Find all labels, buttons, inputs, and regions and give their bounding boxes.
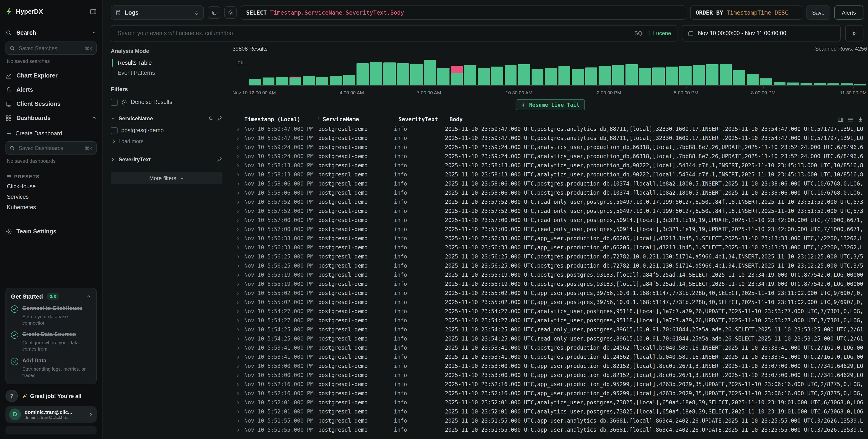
expand-row-icon[interactable] — [232, 200, 244, 204]
log-row[interactable]: Nov 10 5:58:13.000 PMpostgresql-demoinfo… — [232, 161, 868, 170]
saved-searches-input[interactable]: ⌘K — [5, 41, 97, 55]
preset-item-services[interactable]: Services — [5, 191, 97, 202]
histogram-bar[interactable] — [585, 57, 597, 85]
log-row[interactable]: Nov 10 5:53:00.000 PMpostgresql-demoinfo… — [232, 371, 868, 380]
saved-dashboards-input[interactable]: ⌘K — [5, 141, 97, 155]
expand-row-icon[interactable] — [232, 163, 244, 167]
histogram-bar[interactable] — [706, 57, 718, 85]
histogram-bar[interactable] — [639, 57, 651, 85]
histogram-bar[interactable] — [693, 57, 705, 85]
expand-row-icon[interactable] — [232, 273, 244, 277]
log-row[interactable]: Nov 10 5:55:02.000 PMpostgresql-demoinfo… — [232, 288, 868, 298]
expand-row-icon[interactable] — [232, 428, 244, 432]
sidebar-item-alerts[interactable]: Alerts — [5, 83, 97, 97]
histogram-bar[interactable] — [424, 57, 436, 85]
event-search-input[interactable] — [117, 30, 672, 37]
histogram-bar[interactable] — [303, 57, 315, 85]
log-row[interactable]: Nov 10 5:52:16.000 PMpostgresql-demoinfo… — [232, 389, 868, 398]
filter-group-severitytext[interactable]: SeverityText — [111, 154, 222, 165]
histogram-bar[interactable] — [572, 57, 584, 85]
log-row[interactable]: Nov 10 5:59:24.000 PMpostgresql-demoinfo… — [232, 143, 868, 152]
log-row[interactable]: Nov 10 5:59:47.000 PMpostgresql-demoinfo… — [232, 124, 868, 133]
histogram-bar[interactable] — [504, 57, 517, 85]
saved-searches-field[interactable] — [18, 45, 82, 51]
histogram-bar[interactable] — [787, 57, 799, 85]
histogram-bar[interactable] — [720, 57, 732, 85]
log-row[interactable]: Nov 10 5:54:27.000 PMpostgresql-demoinfo… — [232, 316, 868, 325]
expand-row-icon[interactable] — [232, 145, 244, 149]
column-header-servicename[interactable]: ServiceName — [323, 116, 359, 123]
log-row[interactable]: Nov 10 5:54:25.000 PMpostgresql-demoinfo… — [232, 334, 868, 343]
create-dashboard-button[interactable]: Create Dashboard — [5, 128, 97, 139]
resume-live-tail-button[interactable]: Resume Live Tail — [516, 99, 585, 110]
expand-row-icon[interactable] — [232, 264, 244, 268]
histogram-bar[interactable] — [814, 57, 826, 85]
filter-option-postgresql-demo[interactable]: postgresql-demo — [111, 124, 222, 136]
expand-row-icon[interactable] — [232, 419, 244, 423]
expand-row-icon[interactable] — [232, 337, 244, 341]
pin-icon[interactable] — [217, 116, 222, 121]
preset-item-clickhouse[interactable]: ClickHouse — [5, 181, 97, 191]
log-row[interactable]: Nov 10 5:59:47.000 PMpostgresql-demoinfo… — [232, 133, 868, 143]
expand-row-icon[interactable] — [232, 327, 244, 332]
histogram-bar[interactable] — [854, 57, 866, 85]
histogram-bar[interactable] — [518, 57, 530, 85]
expand-row-icon[interactable] — [232, 300, 244, 304]
expand-row-icon[interactable] — [232, 136, 244, 140]
expand-row-icon[interactable] — [232, 410, 244, 414]
denoise-results-option[interactable]: Denoise Results — [111, 96, 222, 108]
log-row[interactable]: Nov 10 5:55:19.000 PMpostgresql-demoinfo… — [232, 270, 868, 279]
denoise-checkbox[interactable] — [111, 99, 118, 105]
histogram-bar[interactable] — [531, 57, 544, 85]
chevron-up-icon[interactable] — [92, 115, 97, 120]
histogram-bar[interactable] — [491, 57, 503, 85]
log-row[interactable]: Nov 10 5:58:06.000 PMpostgresql-demoinfo… — [232, 188, 868, 197]
expand-row-icon[interactable] — [232, 291, 244, 295]
log-row[interactable]: Nov 10 5:53:41.000 PMpostgresql-demoinfo… — [232, 352, 868, 362]
column-resize-handle[interactable] — [445, 117, 446, 122]
search-icon[interactable] — [208, 116, 214, 121]
sidebar-collapse-icon[interactable] — [90, 8, 97, 15]
orderby-clause-editor[interactable]: ORDER BY TimestampTime DESC — [690, 5, 802, 20]
expand-row-icon[interactable] — [232, 401, 244, 405]
source-settings-button[interactable] — [224, 6, 237, 19]
expand-row-icon[interactable] — [232, 318, 244, 322]
more-filters-button[interactable]: More filters — [111, 172, 222, 184]
chevron-up-icon[interactable] — [86, 294, 91, 299]
histogram-bar[interactable] — [612, 57, 624, 85]
histogram-bar[interactable] — [289, 57, 301, 85]
expand-row-icon[interactable] — [232, 154, 244, 158]
save-button[interactable]: Save — [806, 5, 830, 20]
log-row[interactable]: Nov 10 5:58:13.000 PMpostgresql-demoinfo… — [232, 170, 868, 179]
log-row[interactable]: Nov 10 5:56:33.000 PMpostgresql-demoinfo… — [232, 243, 868, 252]
log-row[interactable]: Nov 10 5:53:41.000 PMpostgresql-demoinfo… — [232, 343, 868, 352]
log-row[interactable]: Nov 10 5:55:02.000 PMpostgresql-demoinfo… — [232, 298, 868, 307]
histogram-bar[interactable] — [397, 57, 409, 85]
histogram-bar[interactable] — [652, 57, 664, 85]
pin-icon[interactable] — [217, 157, 222, 162]
chevron-down-icon[interactable] — [111, 116, 115, 121]
log-row[interactable]: Nov 10 5:59:24.000 PMpostgresql-demoinfo… — [232, 152, 868, 161]
log-row[interactable]: Nov 10 5:54:25.000 PMpostgresql-demoinfo… — [232, 325, 868, 334]
histogram-bar[interactable] — [343, 57, 355, 85]
log-row[interactable]: Nov 10 5:51:55.000 PMpostgresql-demoinfo… — [232, 425, 868, 434]
log-row[interactable]: Nov 10 5:56:25.000 PMpostgresql-demoinfo… — [232, 252, 868, 261]
preset-item-kubernetes[interactable]: Kubernetes — [5, 202, 97, 213]
histogram-bar[interactable] — [625, 57, 638, 85]
expand-row-icon[interactable] — [232, 382, 244, 386]
histogram-bar[interactable] — [356, 57, 369, 85]
mode-lucene-option[interactable]: Lucene — [653, 30, 671, 36]
log-row[interactable]: Nov 10 5:53:00.000 PMpostgresql-demoinfo… — [232, 362, 868, 371]
log-row[interactable]: Nov 10 5:57:52.000 PMpostgresql-demoinfo… — [232, 197, 868, 207]
expand-row-icon[interactable] — [232, 282, 244, 286]
analysis-mode-event-patterns[interactable]: Event Patterns — [112, 68, 222, 78]
expand-row-icon[interactable] — [232, 309, 244, 313]
column-resize-handle[interactable] — [394, 117, 395, 122]
sidebar-item-team-settings[interactable]: Team Settings — [5, 224, 97, 239]
expand-row-icon[interactable] — [232, 173, 244, 177]
alerts-button[interactable]: Alerts — [834, 5, 863, 20]
load-more-button[interactable]: Load more — [111, 136, 222, 146]
log-row[interactable]: Nov 10 5:58:06.000 PMpostgresql-demoinfo… — [232, 179, 868, 188]
expand-row-icon[interactable] — [232, 191, 244, 195]
duplicate-source-button[interactable] — [208, 6, 220, 19]
